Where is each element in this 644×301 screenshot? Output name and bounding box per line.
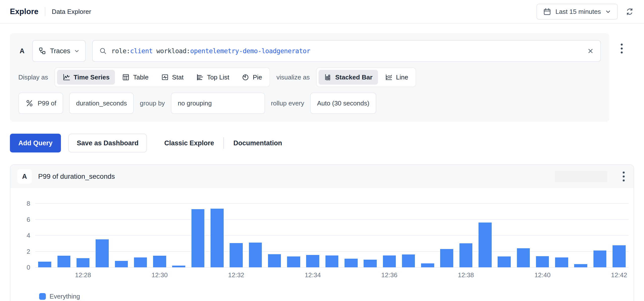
bar (555, 258, 568, 267)
gridline (35, 203, 629, 204)
gridline (35, 219, 629, 220)
x-tick-label: 12:34 (305, 271, 321, 279)
chart-card-header: A P99 of duration_seconds (10, 165, 634, 188)
bar (364, 260, 377, 267)
legend-label: Everything (50, 293, 80, 300)
bar (612, 245, 626, 267)
bar (326, 256, 338, 267)
chevron-down-icon (605, 8, 611, 15)
tab-top-list[interactable]: Top List (190, 70, 235, 85)
aggregation-operator-label: P99 of (38, 99, 56, 107)
x-tick-label: 12:40 (534, 271, 550, 279)
tab-label: Stacked Bar (335, 73, 372, 81)
x-tick-label: 12:36 (381, 271, 397, 279)
chart-query-letter: A (17, 169, 32, 184)
bar (76, 258, 90, 267)
rollup-value: Auto (30 seconds) (317, 99, 369, 107)
tab-label: Top List (207, 73, 229, 81)
legend-swatch (39, 293, 46, 300)
save-as-dashboard-button[interactable]: Save as Dashboard (68, 134, 147, 152)
tab-label: Line (396, 73, 408, 81)
chevron-down-icon (74, 48, 80, 54)
display-as-tabs: Time Series Table (54, 67, 270, 87)
x-tick-label: 12:32 (228, 271, 244, 279)
x-tick-label: 12:30 (152, 271, 168, 279)
tab-line[interactable]: Line (380, 70, 414, 85)
loading-placeholder (555, 171, 607, 182)
bar (192, 209, 204, 267)
actions-divider (224, 137, 224, 149)
bar (383, 256, 396, 267)
bar (153, 256, 166, 267)
tab-stat[interactable]: Stat (156, 70, 189, 85)
tab-time-series[interactable]: Time Series (57, 70, 115, 85)
time-range-picker[interactable]: Last 15 minutes (536, 4, 618, 19)
top-list-icon (196, 73, 204, 81)
tab-label: Table (133, 73, 148, 81)
chart-kebab-menu[interactable] (621, 170, 627, 183)
refresh-icon[interactable] (625, 7, 634, 16)
search-input[interactable]: role:client workload:opentelemetry-demo-… (92, 40, 601, 62)
stacked-bar-icon (324, 73, 332, 81)
tab-pie[interactable]: Pie (236, 70, 268, 85)
aggregation-operator[interactable]: P99 of (18, 93, 63, 114)
tab-stacked-bar[interactable]: Stacked Bar (318, 70, 378, 85)
bar (134, 258, 147, 267)
bar (536, 256, 549, 267)
legend-item[interactable]: Everything (39, 293, 629, 300)
close-icon[interactable] (587, 47, 594, 54)
calendar-icon (543, 7, 551, 16)
tab-table[interactable]: Table (116, 70, 154, 85)
bar (478, 223, 492, 267)
stat-icon (161, 73, 169, 81)
add-query-button[interactable]: Add Query (10, 134, 61, 152)
visualize-as-tabs: Stacked Bar Line (316, 67, 416, 87)
chart-card: A P99 of duration_seconds 02468 12:2812:… (10, 164, 634, 301)
time-series-icon (62, 73, 70, 81)
time-range-label: Last 15 minutes (555, 8, 601, 15)
display-as-label: Display as (18, 73, 48, 81)
bar (594, 251, 606, 267)
search-icon (99, 47, 107, 55)
query-letter: A (18, 47, 26, 55)
rollup-label: rollup every (271, 99, 304, 107)
y-tick-label: 4 (27, 232, 30, 239)
pie-icon (242, 73, 250, 81)
bar (287, 257, 300, 267)
x-tick-label: 12:38 (458, 271, 474, 279)
bar (210, 209, 224, 267)
group-by-select[interactable]: no grouping (171, 93, 265, 114)
tab-label: Stat (172, 73, 184, 81)
y-tick-label: 8 (27, 200, 30, 207)
data-source-select[interactable]: Traces (32, 40, 86, 62)
bar (96, 239, 109, 267)
bar (115, 261, 128, 267)
y-tick-label: 0 (27, 264, 30, 271)
y-tick-label: 2 (27, 248, 30, 255)
bar (460, 243, 472, 267)
y-tick-label: 6 (27, 216, 30, 223)
visualize-as-label: visualize as (276, 73, 310, 81)
aggregation-field-label: duration_seconds (76, 99, 127, 107)
tab-label: Time Series (74, 73, 110, 81)
tab-label: Pie (253, 73, 262, 81)
data-source-label: Traces (50, 47, 70, 55)
bar (574, 264, 587, 267)
bar (58, 256, 70, 267)
header-divider (45, 7, 45, 16)
plot-area[interactable] (35, 204, 629, 267)
bar (172, 266, 185, 267)
aggregation-field[interactable]: duration_seconds (69, 93, 134, 114)
rollup-select[interactable]: Auto (30 seconds) (310, 93, 376, 114)
search-query[interactable]: role:client workload:opentelemetry-demo-… (112, 47, 582, 55)
gridline (35, 235, 629, 236)
breadcrumb: Data Explorer (52, 8, 91, 15)
chart-title: P99 of duration_seconds (38, 173, 115, 180)
query-kebab-menu[interactable] (619, 41, 625, 55)
documentation-link[interactable]: Documentation (233, 139, 282, 147)
page-title: Explore (10, 7, 38, 16)
bar (268, 254, 281, 267)
y-axis: 02468 (19, 204, 35, 267)
bar (402, 255, 415, 267)
classic-explore-link[interactable]: Classic Explore (164, 139, 214, 147)
